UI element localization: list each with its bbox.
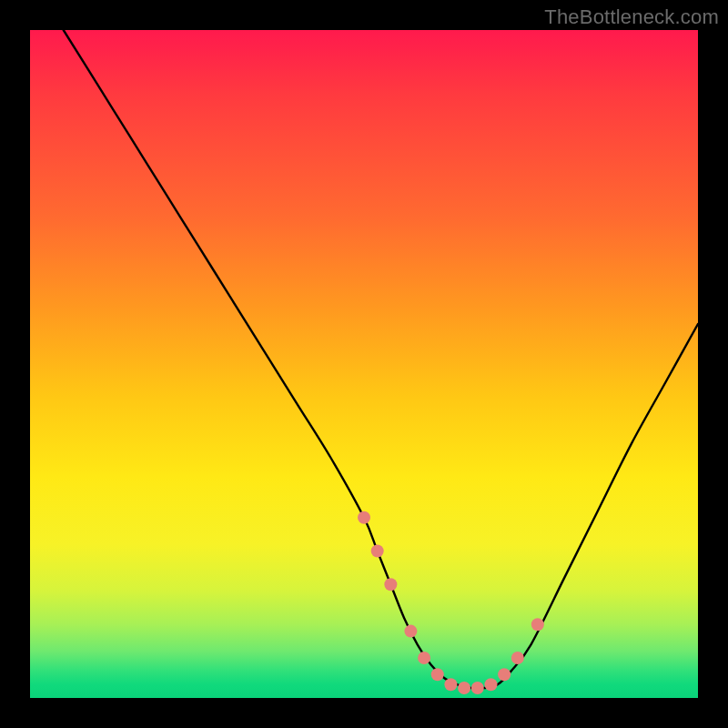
chart-overlay bbox=[30, 30, 698, 698]
curve-path bbox=[64, 30, 698, 688]
bottleneck-curve bbox=[64, 30, 698, 688]
curve-marker bbox=[431, 668, 444, 681]
curve-marker bbox=[458, 682, 470, 694]
curve-marker bbox=[498, 668, 511, 681]
curve-marker bbox=[418, 652, 430, 664]
curve-marker bbox=[371, 545, 384, 558]
curve-marker bbox=[484, 678, 497, 691]
curve-marker bbox=[444, 678, 457, 691]
chart-frame: TheBottleneck.com bbox=[0, 0, 728, 728]
watermark-text: TheBottleneck.com bbox=[544, 5, 719, 29]
curve-marker bbox=[511, 652, 524, 664]
curve-marker bbox=[471, 682, 484, 694]
curve-marker bbox=[384, 578, 397, 591]
curve-marker bbox=[358, 511, 370, 524]
curve-marker bbox=[404, 625, 417, 638]
curve-marker bbox=[531, 618, 544, 631]
